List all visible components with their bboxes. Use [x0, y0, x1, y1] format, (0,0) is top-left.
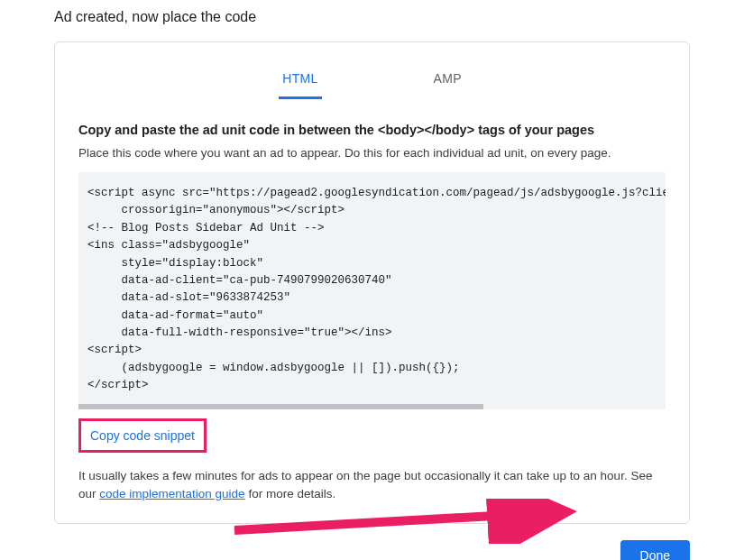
tabs: HTML AMP — [78, 60, 666, 99]
tab-amp[interactable]: AMP — [430, 60, 465, 99]
page-title: Ad created, now place the code — [54, 9, 690, 25]
code-scrollbar-thumb[interactable] — [78, 404, 483, 409]
section-heading: Copy and paste the ad unit code in betwe… — [78, 123, 666, 137]
code-card: HTML AMP Copy and paste the ad unit code… — [54, 41, 690, 524]
code-snippet[interactable]: <script async src="https://pagead2.googl… — [78, 172, 666, 404]
section-sub: Place this code where you want an ad to … — [78, 146, 666, 160]
copy-code-button[interactable]: Copy code snippet — [87, 423, 198, 448]
implementation-guide-link[interactable]: code implementation guide — [99, 487, 244, 500]
info-text: It usually takes a few minutes for ads t… — [78, 467, 666, 504]
info-suffix: for more details. — [245, 487, 336, 500]
tab-html[interactable]: HTML — [279, 60, 321, 99]
code-scrollbar[interactable] — [78, 404, 666, 409]
footer: Done — [54, 540, 690, 560]
done-button[interactable]: Done — [620, 540, 690, 560]
copy-button-highlight: Copy code snippet — [78, 418, 207, 453]
